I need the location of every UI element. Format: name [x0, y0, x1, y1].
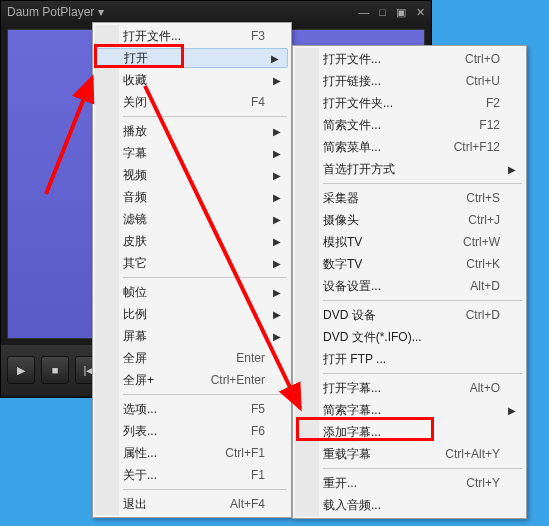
menu-item-shortcut: Enter [236, 351, 265, 365]
menu-item-label: 选项... [123, 401, 239, 418]
menu-item[interactable]: 打开▶ [96, 48, 288, 68]
menu-item[interactable]: 打开文件...F3 [95, 25, 289, 47]
menu-item-label: 打开链接... [323, 73, 454, 90]
menu-item[interactable]: 重开...Ctrl+Y [295, 472, 524, 494]
menu-item-shortcut: Ctrl+F1 [225, 446, 265, 460]
menu-item-shortcut: F12 [479, 118, 500, 132]
menu-item-label: 退出 [123, 496, 218, 513]
menu-item-shortcut: F5 [251, 402, 265, 416]
menu-item-shortcut: Ctrl+O [465, 52, 500, 66]
menu-item[interactable]: 关于...F1 [95, 464, 289, 486]
menu-separator [323, 373, 522, 374]
menu-item-label: 滤镜 [123, 211, 265, 228]
menu-item-label: DVD 文件(*.IFO)... [323, 329, 500, 346]
menu-separator [123, 116, 287, 117]
menu-item-label: 摄像头 [323, 212, 456, 229]
menu-item[interactable]: 皮肤▶ [95, 230, 289, 252]
menu-item-shortcut: Ctrl+J [468, 213, 500, 227]
menu-item-shortcut: Ctrl+F12 [454, 140, 500, 154]
menu-item-shortcut: F1 [251, 468, 265, 482]
submenu-arrow-icon: ▶ [273, 309, 281, 320]
window-controls: — □ ▣ ✕ [358, 6, 425, 19]
menu-item-label: 打开 FTP ... [323, 351, 500, 368]
submenu-arrow-icon: ▶ [273, 192, 281, 203]
submenu-arrow-icon: ▶ [508, 405, 516, 416]
menu-item[interactable]: 字幕▶ [95, 142, 289, 164]
menu-item[interactable]: 简索菜单...Ctrl+F12 [295, 136, 524, 158]
menu-item[interactable]: 打开文件夹...F2 [295, 92, 524, 114]
menu-item[interactable]: 全屏+Ctrl+Enter [95, 369, 289, 391]
menu-item-shortcut: Alt+O [470, 381, 500, 395]
menu-separator [123, 489, 287, 490]
play-button[interactable]: ▶ [7, 356, 35, 384]
maximize-icon[interactable]: □ [379, 6, 386, 19]
menu-item-shortcut: Ctrl+Enter [211, 373, 265, 387]
menu-item[interactable]: 属性...Ctrl+F1 [95, 442, 289, 464]
menu-item[interactable]: 帧位▶ [95, 281, 289, 303]
menu-separator [123, 394, 287, 395]
menu-item-label: 屏幕 [123, 328, 265, 345]
stop-button[interactable]: ■ [41, 356, 69, 384]
menu-item-shortcut: F2 [486, 96, 500, 110]
compact-icon[interactable]: ▣ [396, 6, 406, 19]
menu-separator [323, 183, 522, 184]
menu-item[interactable]: 模拟TVCtrl+W [295, 231, 524, 253]
close-icon[interactable]: ✕ [416, 6, 425, 19]
menu-item-label: 打开文件... [323, 51, 453, 68]
submenu-arrow-icon: ▶ [273, 236, 281, 247]
menu-item-label: 重载字幕 [323, 446, 433, 463]
menu-item-shortcut: Ctrl+W [463, 235, 500, 249]
menu-item[interactable]: 收藏▶ [95, 69, 289, 91]
menu-item[interactable]: 关闭F4 [95, 91, 289, 113]
menu-item-label: 关闭 [123, 94, 239, 111]
menu-item[interactable]: 简索字幕...▶ [295, 399, 524, 421]
menu-item[interactable]: 打开链接...Ctrl+U [295, 70, 524, 92]
submenu-arrow-icon: ▶ [271, 53, 279, 64]
submenu-arrow-icon: ▶ [273, 214, 281, 225]
menu-item[interactable]: DVD 设备Ctrl+D [295, 304, 524, 326]
menu-item-shortcut: F6 [251, 424, 265, 438]
menu-item-label: 全屏+ [123, 372, 199, 389]
menu-item[interactable]: 视频▶ [95, 164, 289, 186]
menu-item[interactable]: 采集器Ctrl+S [295, 187, 524, 209]
menu-item[interactable]: 打开字幕...Alt+O [295, 377, 524, 399]
menu-item[interactable]: 打开 FTP ... [295, 348, 524, 370]
menu-item-label: 皮肤 [123, 233, 265, 250]
menu-item-label: 关于... [123, 467, 239, 484]
menu-item[interactable]: 设备设置...Alt+D [295, 275, 524, 297]
menu-item[interactable]: 数字TVCtrl+K [295, 253, 524, 275]
menu-item[interactable]: 全屏Enter [95, 347, 289, 369]
menu-item-label: 播放 [123, 123, 265, 140]
submenu-arrow-icon: ▶ [273, 126, 281, 137]
menu-item[interactable]: 播放▶ [95, 120, 289, 142]
menu-item-label: 设备设置... [323, 278, 458, 295]
menu-item-shortcut: Alt+D [470, 279, 500, 293]
submenu-arrow-icon: ▶ [273, 287, 281, 298]
menu-item-label: 打开文件夹... [323, 95, 474, 112]
submenu-arrow-icon: ▶ [273, 75, 281, 86]
menu-item-label: 视频 [123, 167, 265, 184]
menu-item[interactable]: 退出Alt+F4 [95, 493, 289, 515]
menu-item-shortcut: F4 [251, 95, 265, 109]
menu-item[interactable]: 其它▶ [95, 252, 289, 274]
menu-item[interactable]: 首选打开方式▶ [295, 158, 524, 180]
submenu-arrow-icon: ▶ [273, 148, 281, 159]
menu-item-label: 其它 [123, 255, 265, 272]
menu-item[interactable]: 屏幕▶ [95, 325, 289, 347]
menu-item[interactable]: 比例▶ [95, 303, 289, 325]
menu-item-shortcut: F3 [251, 29, 265, 43]
menu-item[interactable]: 列表...F6 [95, 420, 289, 442]
menu-item[interactable]: 简索文件...F12 [295, 114, 524, 136]
menu-item[interactable]: 音频▶ [95, 186, 289, 208]
menu-item[interactable]: 打开文件...Ctrl+O [295, 48, 524, 70]
menu-item[interactable]: 添加字幕... [295, 421, 524, 443]
menu-item[interactable]: 选项...F5 [95, 398, 289, 420]
context-menu-main: 打开文件...F3打开▶收藏▶关闭F4播放▶字幕▶视频▶音频▶滤镜▶皮肤▶其它▶… [92, 22, 292, 518]
minimize-icon[interactable]: — [358, 6, 369, 19]
menu-item-label: 简索字幕... [323, 402, 500, 419]
menu-item[interactable]: 重载字幕Ctrl+Alt+Y [295, 443, 524, 465]
menu-item[interactable]: 摄像头Ctrl+J [295, 209, 524, 231]
menu-item[interactable]: 滤镜▶ [95, 208, 289, 230]
menu-item[interactable]: DVD 文件(*.IFO)... [295, 326, 524, 348]
menu-item[interactable]: 载入音频... [295, 494, 524, 516]
